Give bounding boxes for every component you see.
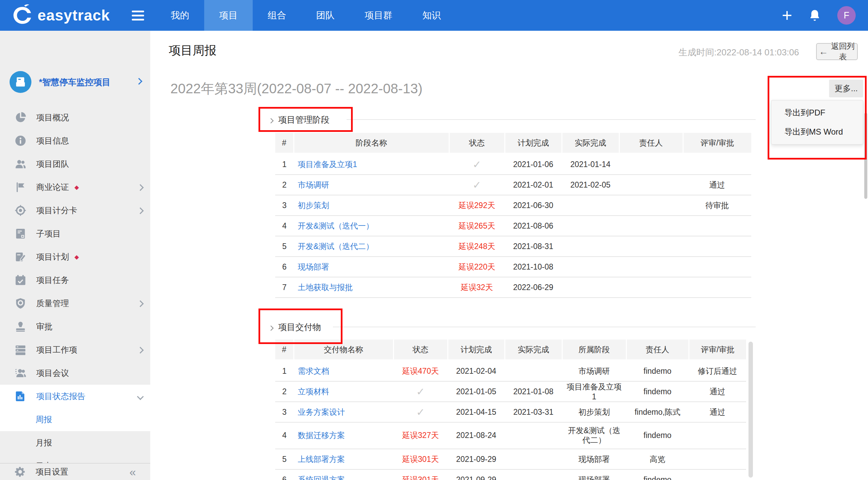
status-cell: ✓ [393,381,448,402]
row-index: 4 [275,216,294,236]
item-link[interactable]: 开发&测试（迭代二） [298,242,374,251]
nav-tab-项目[interactable]: 项目 [204,0,253,31]
nav-tab-项目群[interactable]: 项目群 [350,0,407,31]
plan-cell: 2021-08-31 [505,236,562,257]
sidebar-item-子项目[interactable]: 子项目 [0,222,150,245]
review-cell: 通过 [683,175,751,195]
actual-cell [505,469,562,480]
delay-status: 延误32天 [461,283,493,292]
notifications-bell-icon[interactable] [808,8,822,23]
table-row: 1项目准备及立项1✓2021-01-062021-01-14 [275,154,751,175]
item-link[interactable]: 需求文档 [298,367,329,375]
owner-cell [619,154,683,175]
sidebar-item-label: 项目会议 [36,368,69,379]
delay-status: 延误265天 [459,221,495,230]
plan-cell: 2021-09-29 [448,449,505,469]
document-icon [14,228,27,240]
item-link[interactable]: 现场部署 [298,262,329,271]
item-link[interactable]: 土地获取与报批 [298,283,353,292]
row-index: 2 [275,381,294,402]
item-link[interactable]: 开发&测试（迭代一） [298,221,374,230]
sidebar-item-质量管理[interactable]: 质量管理 [0,292,150,315]
deliverables-section-title[interactable]: 项目交付物 [269,321,321,333]
item-name-cell: 项目准备及立项1 [294,154,449,175]
delay-status: 延误301天 [402,475,439,480]
stages-table: #阶段名称状态计划完成实际完成责任人评审/审批 1项目准备及立项1✓2021-0… [275,133,751,298]
plan-icon [14,251,27,263]
row-index: 3 [275,402,294,422]
sidebar-item-审批[interactable]: 审批 [0,315,150,338]
sidebar-item-项目概况[interactable]: 项目概况 [0,106,150,129]
owner-cell [619,175,683,195]
item-link[interactable]: 上线部署方案 [298,455,345,464]
item-link[interactable]: 立项材料 [298,387,329,396]
window-scrollbar[interactable] [864,113,867,199]
status-cell: 延误248天 [449,236,505,257]
column-header: 状态 [393,340,448,360]
work-items-icon [14,344,27,356]
nav-tab-我的[interactable]: 我的 [156,0,204,31]
project-switcher[interactable]: *智慧停车监控项目 [10,71,145,93]
status-cell: 延误265天 [449,216,505,236]
nav-tab-团队[interactable]: 团队 [301,0,350,31]
done-check-icon: ✓ [473,159,481,170]
section-divider [333,327,756,327]
menu-item-导出到MS Word[interactable]: 导出到MS Word [771,122,863,141]
nav-tab-知识[interactable]: 知识 [407,0,456,31]
stages-table-head-row: #阶段名称状态计划完成实际完成责任人评审/审批 [275,133,751,154]
sidebar-item-月报[interactable]: 月报 [0,431,150,454]
menu-toggle-icon[interactable] [130,9,146,23]
table-scrollbar[interactable] [748,342,753,478]
menu-item-导出到PDF[interactable]: 导出到PDF [771,103,863,122]
review-cell [683,277,751,298]
item-link[interactable]: 初步策划 [298,201,329,210]
create-plus-icon[interactable]: + [782,6,792,24]
sidebar-item-项目计分卡[interactable]: 项目计分卡 [0,199,150,222]
status-cell: 延误301天 [393,469,448,480]
row-index: 4 [275,422,294,449]
status-cell: ✓ [449,154,505,175]
delay-status: 延误292天 [459,201,495,210]
top-navbar: easytrack 我的项目组合团队项目群知识 + F [0,0,868,31]
collapse-sidebar-icon[interactable]: « [129,466,136,478]
sidebar-item-label: 项目任务 [36,275,69,286]
easytrack-logo[interactable]: easytrack [10,3,110,27]
sidebar-item-项目任务[interactable]: 项目任务 [0,269,150,292]
plan-cell: 2021-01-05 [448,381,505,402]
actual-cell [562,257,619,277]
nav-tab-组合[interactable]: 组合 [253,0,301,31]
stage-cell: 初步策划 [562,402,626,422]
chevron-right-icon [269,322,273,332]
sidebar-item-label: 项目团队 [36,159,69,169]
plan-cell: 2021-09-29 [448,469,505,480]
sidebar-item-label: 项目计分卡 [36,205,77,216]
item-link[interactable]: 市场调研 [298,180,329,189]
review-cell [683,236,751,257]
owner-cell [619,216,683,236]
stages-section-title[interactable]: 项目管理阶段 [269,114,330,125]
sidebar-item-label: 子项目 [36,228,61,239]
sidebar-item-项目会议[interactable]: 项目会议 [0,361,150,385]
sidebar-item-项目信息[interactable]: 项目信息 [0,129,150,152]
item-link[interactable]: 系统回退方案 [298,475,345,480]
sidebar-item-项目状态报告[interactable]: 项目状态报告 [0,385,150,408]
item-link[interactable]: 数据迁移方案 [298,431,345,440]
sidebar-item-项目计划[interactable]: 项目计划◆ [0,245,150,269]
row-index: 2 [275,175,294,195]
table-row: 2立项材料✓2021-01-052021-01-08项目准备及立项1findem… [275,381,746,402]
user-avatar[interactable]: F [837,6,856,25]
sidebar-item-商业论证[interactable]: 商业论证◆ [0,176,150,199]
week-title: 2022年第33周(2022-08-07 -- 2022-08-13) [170,79,422,98]
back-to-list-button[interactable]: ← 返回列表 [816,43,858,60]
sidebar-item-项目工作项[interactable]: 项目工作项 [0,338,150,361]
sidebar-item-项目设置[interactable]: 项目设置 « [0,463,150,480]
table-row: 4数据迁移方案延误327天2021-08-24开发&测试（迭代二）findemo [275,422,746,449]
item-link[interactable]: 业务方案设计 [298,408,345,416]
more-button[interactable]: 更多... [829,80,863,97]
project-name: *智慧停车监控项目 [39,77,137,88]
chevron-right-icon [138,299,143,308]
sidebar-item-项目团队[interactable]: 项目团队 [0,152,150,176]
column-header: 实际完成 [505,340,562,360]
item-link[interactable]: 项目准备及立项1 [298,160,357,169]
sidebar-item-周报[interactable]: 周报 [0,408,150,431]
